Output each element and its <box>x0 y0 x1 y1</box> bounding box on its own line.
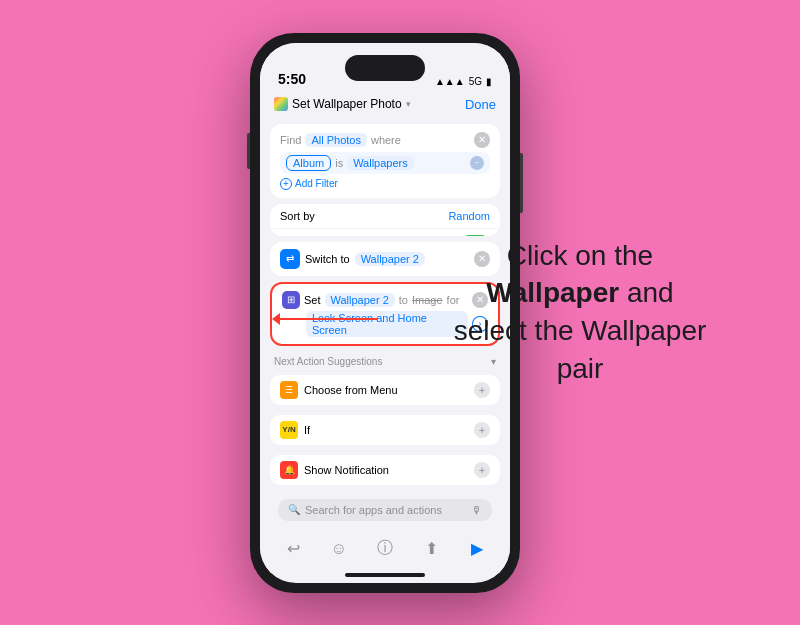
choose-menu-icon: ☰ <box>280 381 298 399</box>
album-chip[interactable]: Album <box>286 155 331 171</box>
find-card: Find All Photos where ✕ Album is Wallpap… <box>270 124 500 198</box>
switch-label: Switch to <box>305 253 350 265</box>
suggestion-choose-left: ☰ Choose from Menu <box>280 381 398 399</box>
add-if-button[interactable]: + <box>474 422 490 438</box>
suggestion-notification[interactable]: 🔔 Show Notification + <box>270 455 500 485</box>
dynamic-island <box>345 55 425 81</box>
notification-icon: 🔔 <box>280 461 298 479</box>
sort-row: Sort by Random <box>270 204 500 229</box>
callout-arrow <box>278 318 378 320</box>
nav-title: Set Wallpaper Photo ▾ <box>274 97 411 111</box>
switch-icon: ⇄ <box>280 249 300 269</box>
emoji-button[interactable]: ☺ <box>325 535 353 563</box>
search-bar[interactable]: 🔍 Search for apps and actions 🎙 <box>278 499 492 521</box>
notification-label: Show Notification <box>304 464 389 476</box>
wallpaper2-chip[interactable]: Wallpaper 2 <box>355 252 425 266</box>
suggestion-notification-left: 🔔 Show Notification <box>280 461 389 479</box>
network-label: 5G <box>469 76 482 87</box>
mic-icon: 🎙 <box>471 504 482 516</box>
battery-icon: ▮ <box>486 76 492 87</box>
scene: 5:50 ▲▲▲ 5G ▮ Set Wallpaper Photo ▾ Done <box>0 0 800 625</box>
settings-card: Sort by Random Limit Get 1 Photo − + <box>270 204 500 236</box>
find-row: Find All Photos where ✕ <box>280 132 490 148</box>
set-wallpaper-chip[interactable]: Wallpaper 2 <box>325 293 395 307</box>
limit-toggle[interactable] <box>460 235 490 236</box>
is-label: is <box>335 157 343 169</box>
to-label: to <box>399 294 408 306</box>
nav-bar: Set Wallpaper Photo ▾ Done <box>260 93 510 120</box>
sort-label: Sort by <box>280 210 315 222</box>
album-row: Album is Wallpapers − <box>280 152 490 174</box>
add-filter-button[interactable]: + Add Filter <box>280 178 490 190</box>
status-time: 5:50 <box>278 71 306 87</box>
shortcuts-icon <box>274 97 288 111</box>
status-icons: ▲▲▲ 5G ▮ <box>435 76 492 87</box>
back-button[interactable]: ↩ <box>279 535 307 563</box>
suggestion-if[interactable]: Y/N If + <box>270 415 500 445</box>
play-button[interactable]: ▶ <box>463 535 491 563</box>
wallpapers-chip[interactable]: Wallpapers <box>347 156 414 170</box>
all-photos-chip[interactable]: All Photos <box>305 133 367 147</box>
home-indicator <box>345 573 425 577</box>
set-label: Set <box>304 294 321 306</box>
remove-album-button[interactable]: − <box>470 156 484 170</box>
remove-find-button[interactable]: ✕ <box>474 132 490 148</box>
add-filter-label: Add Filter <box>295 178 338 189</box>
nav-title-text: Set Wallpaper Photo <box>292 97 402 111</box>
limit-row: Limit <box>270 229 500 236</box>
sort-value[interactable]: Random <box>448 210 490 222</box>
set-icon: ⊞ <box>282 291 300 309</box>
instruction-line1: Click on the <box>507 240 653 271</box>
if-icon: Y/N <box>280 421 298 439</box>
instruction-line2-end: and <box>619 278 674 309</box>
instruction-bold: Wallpaper <box>486 278 619 309</box>
add-notification-button[interactable]: + <box>474 462 490 478</box>
instruction-line4: pair <box>557 353 604 384</box>
instruction-line3: select the Wallpaper <box>454 316 707 347</box>
suggestion-if-left: Y/N If <box>280 421 310 439</box>
chevron-down-icon: ▾ <box>406 99 411 109</box>
bottom-toolbar: ↩ ☺ ⓘ ⬆ ▶ <box>260 529 510 573</box>
share-button[interactable]: ⬆ <box>417 535 445 563</box>
choose-menu-label: Choose from Menu <box>304 384 398 396</box>
search-placeholder: Search for apps and actions <box>305 504 442 516</box>
where-label: where <box>371 134 401 146</box>
signal-icon: ▲▲▲ <box>435 76 465 87</box>
add-filter-icon: + <box>280 178 292 190</box>
search-icon: 🔍 <box>288 504 300 515</box>
if-label: If <box>304 424 310 436</box>
suggestions-title: Next Action Suggestions <box>274 356 382 367</box>
instruction-text: Click on the Wallpaper and select the Wa… <box>420 237 740 388</box>
info-button[interactable]: ⓘ <box>371 535 399 563</box>
find-label: Find <box>280 134 301 146</box>
done-button[interactable]: Done <box>465 97 496 112</box>
